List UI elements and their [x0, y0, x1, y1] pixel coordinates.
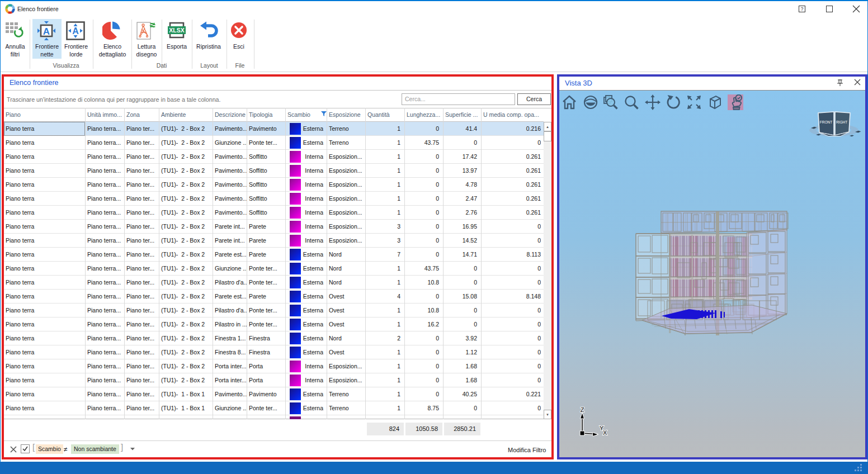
svg-text:A: A	[72, 26, 79, 36]
svg-text:X: X	[603, 429, 607, 436]
svg-text:XLSX: XLSX	[169, 27, 184, 34]
svg-text:FRONT: FRONT	[820, 120, 832, 124]
svg-text:A: A	[43, 26, 50, 37]
svg-text:Z: Z	[581, 407, 584, 413]
svg-text:RIGHT: RIGHT	[836, 120, 847, 124]
